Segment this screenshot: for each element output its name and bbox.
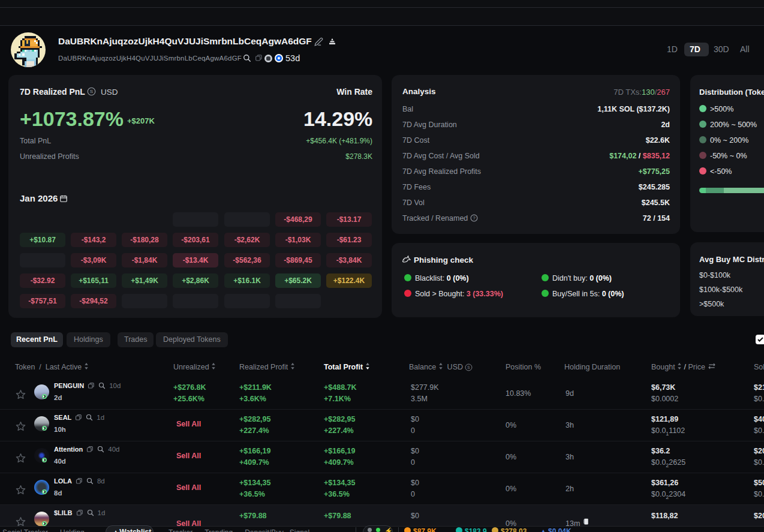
svg-text:S: S	[90, 89, 94, 94]
svg-text:S: S	[468, 365, 471, 369]
svg-text:?: ?	[473, 215, 475, 221]
